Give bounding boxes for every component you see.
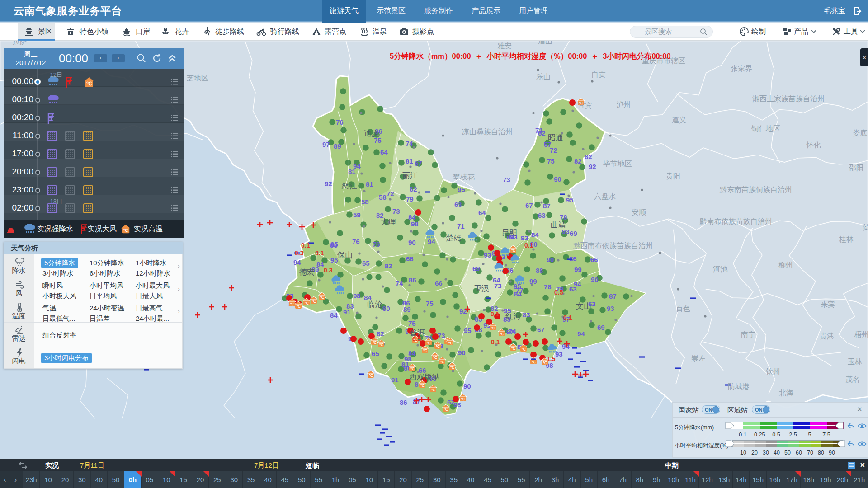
svg-text:普洱: 普洱: [410, 328, 425, 337]
svg-text:百色: 百色: [676, 305, 690, 312]
svg-text:文山: 文山: [576, 302, 591, 310]
svg-text:73: 73: [438, 332, 445, 339]
svg-text:74: 74: [396, 279, 403, 287]
svg-text:90: 90: [463, 382, 471, 390]
svg-text:73: 73: [392, 207, 400, 215]
svg-text:0.1: 0.1: [301, 242, 310, 249]
svg-text:92: 92: [589, 163, 596, 170]
svg-text:72: 72: [550, 146, 557, 154]
svg-text:茂名: 茂名: [845, 375, 860, 383]
svg-text:98: 98: [353, 292, 361, 300]
svg-text:94: 94: [577, 330, 585, 338]
svg-text:乐山: 乐山: [536, 73, 551, 80]
svg-text:柳州: 柳州: [778, 261, 793, 269]
svg-text:河池: 河池: [713, 265, 728, 273]
svg-text:92: 92: [459, 307, 467, 315]
svg-text:69: 69: [570, 230, 577, 237]
svg-text:84: 84: [408, 213, 416, 221]
svg-text:90: 90: [408, 239, 416, 246]
svg-text:98: 98: [411, 220, 419, 228]
svg-text:79: 79: [406, 195, 414, 203]
svg-text:梧州: 梧州: [854, 331, 868, 338]
svg-text:保山: 保山: [337, 251, 353, 259]
svg-text:82: 82: [385, 262, 392, 270]
svg-text:黔南布依族苗族自治州: 黔南布依族苗族自治州: [699, 217, 772, 225]
svg-text:0.5: 0.5: [554, 289, 563, 296]
svg-text:64: 64: [380, 148, 388, 156]
svg-text:90: 90: [547, 256, 554, 263]
svg-text:58: 58: [379, 193, 387, 201]
svg-text:贵阳: 贵阳: [666, 172, 680, 180]
svg-text:83: 83: [346, 302, 354, 310]
svg-text:76: 76: [373, 240, 380, 248]
svg-text:德宏: 德宏: [299, 268, 315, 277]
svg-text:邵阳: 邵阳: [849, 164, 863, 172]
svg-text:82: 82: [377, 330, 384, 338]
svg-text:72: 72: [387, 190, 394, 197]
svg-text:雅安: 雅安: [497, 42, 512, 50]
svg-text:娄底: 娄底: [853, 129, 867, 137]
svg-text:84: 84: [316, 260, 324, 268]
svg-text:昆明: 昆明: [502, 228, 517, 237]
svg-text:临沧: 临沧: [367, 300, 382, 309]
svg-text:71: 71: [535, 127, 543, 134]
svg-text:93: 93: [484, 251, 491, 259]
svg-text:66: 66: [435, 279, 443, 287]
svg-text:怀化: 怀化: [806, 141, 821, 149]
svg-text:贺: 贺: [863, 223, 868, 231]
svg-text:95: 95: [464, 327, 472, 334]
svg-text:玉溪: 玉溪: [474, 284, 489, 293]
svg-text:93: 93: [607, 305, 614, 312]
svg-text:泸州: 泸州: [616, 101, 631, 108]
svg-text:78: 78: [560, 213, 567, 221]
svg-text:74: 74: [406, 140, 413, 147]
svg-text:58: 58: [361, 198, 369, 206]
svg-text:桂林: 桂林: [839, 235, 854, 243]
svg-text:71: 71: [457, 222, 465, 230]
svg-text:℃: ℃: [123, 228, 128, 233]
svg-text:凉山彝族自治州: 凉山彝族自治州: [462, 128, 513, 136]
svg-text:六盘水: 六盘水: [594, 192, 616, 200]
svg-text:88: 88: [536, 267, 543, 274]
svg-text:昭通: 昭通: [548, 133, 563, 142]
svg-text:99: 99: [529, 277, 537, 285]
svg-text:张家界: 张家界: [731, 65, 752, 72]
svg-text:63: 63: [538, 211, 546, 219]
svg-text:69: 69: [597, 324, 605, 331]
svg-text:86: 86: [409, 276, 416, 284]
svg-text:铜仁地区: 铜仁地区: [751, 125, 780, 132]
svg-text:87: 87: [609, 292, 617, 300]
svg-text:73: 73: [494, 282, 502, 290]
svg-text:芝地区: 芝地区: [187, 74, 208, 82]
svg-text:0.1: 0.1: [491, 310, 500, 318]
svg-text:67: 67: [525, 202, 533, 209]
svg-text:84: 84: [330, 311, 338, 319]
svg-text:黔西南布依族苗族自治州: 黔西南布依族苗族自治州: [573, 242, 653, 249]
svg-text:87: 87: [543, 202, 551, 210]
svg-text:北海: 北海: [779, 389, 793, 397]
svg-text:0.1: 0.1: [491, 338, 500, 346]
svg-text:77: 77: [516, 286, 524, 294]
svg-text:南宁: 南宁: [741, 331, 755, 338]
svg-text:玉林: 玉林: [848, 358, 862, 366]
svg-text:95: 95: [566, 196, 574, 204]
svg-text:钦州: 钦州: [765, 368, 780, 375]
svg-text:迪庆: 迪庆: [364, 129, 379, 138]
svg-text:59: 59: [353, 211, 361, 219]
svg-text:75: 75: [408, 319, 416, 327]
svg-text:94: 94: [428, 238, 435, 245]
svg-text:怒江: 怒江: [341, 182, 357, 190]
svg-text:拉萨: 拉萨: [13, 41, 27, 45]
svg-text:75: 75: [547, 157, 555, 165]
svg-text:76: 76: [336, 118, 344, 126]
svg-text:78: 78: [544, 283, 552, 291]
svg-text:98: 98: [453, 401, 461, 408]
svg-text:0.1: 0.1: [563, 314, 572, 321]
svg-text:82: 82: [585, 153, 592, 160]
svg-text:0.1: 0.1: [524, 242, 533, 249]
svg-text:90: 90: [591, 276, 599, 283]
svg-text:65: 65: [372, 350, 379, 357]
svg-text:73: 73: [503, 176, 510, 183]
svg-text:76: 76: [352, 238, 360, 245]
svg-text:88: 88: [330, 241, 338, 249]
